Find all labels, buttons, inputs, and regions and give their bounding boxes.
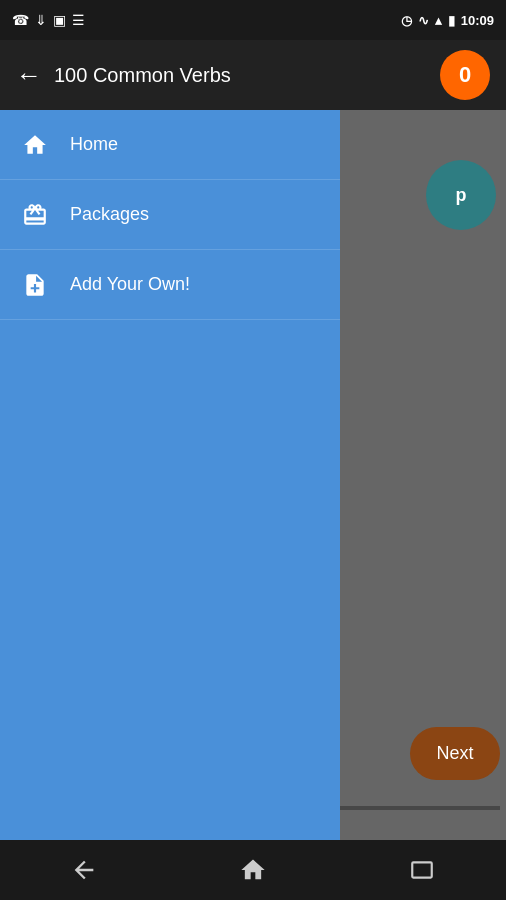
drawer-item-packages[interactable]: Packages — [0, 180, 340, 250]
whatsapp-icon: ☎ — [12, 12, 29, 28]
home-icon — [20, 132, 50, 158]
scroll-bar — [340, 806, 500, 810]
drawer-item-add-own[interactable]: Add Your Own! — [0, 250, 340, 320]
next-button[interactable]: Next — [410, 727, 500, 780]
app-title: 100 Common Verbs — [54, 64, 231, 87]
status-icons: ☎ ⇓ ▣ ☰ — [12, 12, 85, 28]
battery-icon: ▮ — [448, 13, 455, 28]
app-bar-left: ← 100 Common Verbs — [16, 60, 231, 91]
nav-home-button[interactable] — [223, 850, 283, 890]
status-right: ◷ ∿ ▴ ▮ 10:09 — [401, 13, 494, 28]
svg-rect-0 — [412, 862, 432, 877]
score-badge: 0 — [440, 50, 490, 100]
back-button[interactable]: ← — [16, 60, 42, 91]
add-own-label: Add Your Own! — [70, 274, 190, 295]
time-display: 10:09 — [461, 13, 494, 28]
add-doc-icon — [20, 272, 50, 298]
packages-label: Packages — [70, 204, 149, 225]
background-content: p Next — [340, 110, 506, 840]
download-icon: ⇓ — [35, 12, 47, 28]
floating-teal-button[interactable]: p — [426, 160, 496, 230]
nav-back-button[interactable] — [54, 850, 114, 890]
gift-icon — [20, 202, 50, 228]
drawer-item-home[interactable]: Home — [0, 110, 340, 180]
barcode-icon: ☰ — [72, 12, 85, 28]
status-bar: ☎ ⇓ ▣ ☰ ◷ ∿ ▴ ▮ 10:09 — [0, 0, 506, 40]
app-bar: ← 100 Common Verbs 0 — [0, 40, 506, 110]
nav-recents-button[interactable] — [392, 850, 452, 890]
home-label: Home — [70, 134, 118, 155]
main-area: Home Packages Add Your Own! p Next — [0, 110, 506, 840]
alarm-icon: ◷ — [401, 13, 412, 28]
clipboard-icon: ▣ — [53, 12, 66, 28]
nav-bar — [0, 840, 506, 900]
wifi-icon: ∿ — [418, 13, 429, 28]
signal-icon: ▴ — [435, 13, 442, 28]
drawer: Home Packages Add Your Own! — [0, 110, 340, 840]
